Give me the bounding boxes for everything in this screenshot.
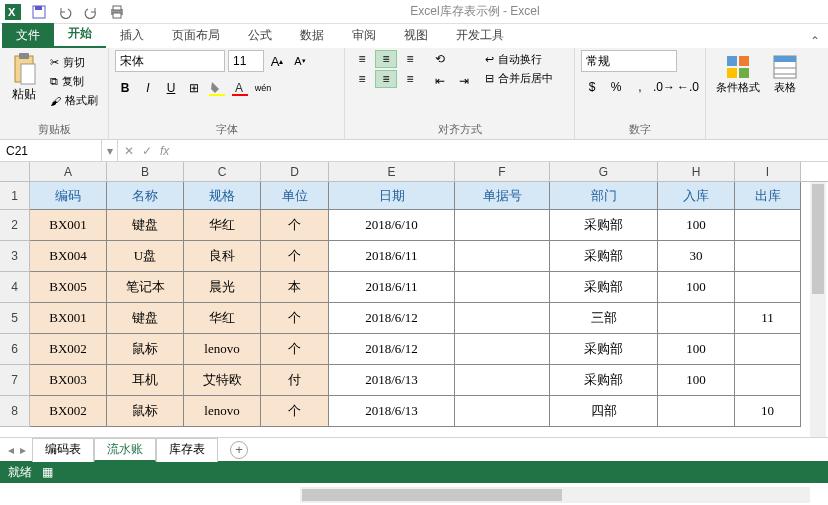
table-header-cell[interactable]: 规格 xyxy=(184,182,261,210)
align-left-icon[interactable]: ≡ xyxy=(351,70,373,88)
table-header-cell[interactable]: 入库 xyxy=(658,182,735,210)
column-header[interactable]: E xyxy=(329,162,455,181)
tab-home[interactable]: 开始 xyxy=(54,21,106,48)
align-bottom-icon[interactable]: ≡ xyxy=(399,50,421,68)
row-header[interactable]: 5 xyxy=(0,303,30,334)
table-cell[interactable]: BX002 xyxy=(30,396,107,427)
select-all-corner[interactable] xyxy=(0,162,30,181)
table-cell[interactable]: 2018/6/12 xyxy=(329,334,455,365)
table-cell[interactable]: 鼠标 xyxy=(107,334,184,365)
redo-icon[interactable] xyxy=(82,3,100,21)
phonetic-button[interactable]: wén xyxy=(253,78,273,98)
column-header[interactable]: I xyxy=(735,162,801,181)
table-cell[interactable] xyxy=(735,334,801,365)
cancel-formula-icon[interactable]: ✕ xyxy=(124,144,134,158)
table-cell[interactable]: BX002 xyxy=(30,334,107,365)
align-middle-icon[interactable]: ≡ xyxy=(375,50,397,68)
row-header[interactable]: 1 xyxy=(0,182,30,210)
table-header-cell[interactable]: 编码 xyxy=(30,182,107,210)
decrease-decimal-icon[interactable]: ←.0 xyxy=(677,77,699,97)
comma-format-icon[interactable]: , xyxy=(629,77,651,97)
tab-developer[interactable]: 开发工具 xyxy=(442,23,518,48)
table-cell[interactable]: 本 xyxy=(261,272,329,303)
tab-formulas[interactable]: 公式 xyxy=(234,23,286,48)
table-cell[interactable]: 键盘 xyxy=(107,303,184,334)
table-cell[interactable]: 四部 xyxy=(550,396,658,427)
table-cell[interactable]: BX001 xyxy=(30,303,107,334)
table-cell[interactable]: 10 xyxy=(735,396,801,427)
table-cell[interactable]: 100 xyxy=(658,365,735,396)
table-cell[interactable] xyxy=(658,303,735,334)
new-sheet-button[interactable]: + xyxy=(230,441,248,459)
table-cell[interactable]: 采购部 xyxy=(550,210,658,241)
row-header[interactable]: 4 xyxy=(0,272,30,303)
fill-color-button[interactable] xyxy=(207,78,227,98)
table-header-cell[interactable]: 名称 xyxy=(107,182,184,210)
tab-data[interactable]: 数据 xyxy=(286,23,338,48)
table-cell[interactable]: 个 xyxy=(261,241,329,272)
table-header-cell[interactable]: 日期 xyxy=(329,182,455,210)
table-header-cell[interactable]: 单位 xyxy=(261,182,329,210)
copy-button[interactable]: ⧉复制 xyxy=(46,73,102,90)
underline-button[interactable]: U xyxy=(161,78,181,98)
worksheet-grid[interactable]: ABCDEFGHI 1编码名称规格单位日期单据号部门入库出库2BX001键盘华红… xyxy=(0,162,828,437)
enter-formula-icon[interactable]: ✓ xyxy=(142,144,152,158)
table-cell[interactable] xyxy=(455,396,550,427)
table-cell[interactable]: 2018/6/10 xyxy=(329,210,455,241)
table-cell[interactable] xyxy=(735,210,801,241)
table-cell[interactable] xyxy=(455,272,550,303)
table-cell[interactable]: 三部 xyxy=(550,303,658,334)
name-box[interactable]: C21 xyxy=(0,140,102,161)
table-cell[interactable]: 笔记本 xyxy=(107,272,184,303)
save-icon[interactable] xyxy=(30,3,48,21)
table-cell[interactable]: lenovo xyxy=(184,334,261,365)
table-header-cell[interactable]: 出库 xyxy=(735,182,801,210)
row-header[interactable]: 3 xyxy=(0,241,30,272)
row-header[interactable]: 6 xyxy=(0,334,30,365)
table-cell[interactable] xyxy=(455,365,550,396)
table-cell[interactable]: 采购部 xyxy=(550,365,658,396)
table-cell[interactable]: 采购部 xyxy=(550,334,658,365)
column-header[interactable]: A xyxy=(30,162,107,181)
table-cell[interactable]: 鼠标 xyxy=(107,396,184,427)
table-cell[interactable]: 100 xyxy=(658,272,735,303)
border-button[interactable]: ⊞ xyxy=(184,78,204,98)
row-header[interactable]: 8 xyxy=(0,396,30,427)
table-cell[interactable]: 个 xyxy=(261,210,329,241)
table-cell[interactable]: BX003 xyxy=(30,365,107,396)
table-cell[interactable]: U盘 xyxy=(107,241,184,272)
collapse-ribbon-icon[interactable]: ⌃ xyxy=(802,34,828,48)
table-cell[interactable]: 键盘 xyxy=(107,210,184,241)
table-cell[interactable]: 个 xyxy=(261,303,329,334)
excel-icon[interactable]: X xyxy=(4,3,22,21)
table-cell[interactable] xyxy=(658,396,735,427)
vertical-scrollbar[interactable] xyxy=(810,182,826,437)
column-header[interactable]: D xyxy=(261,162,329,181)
formula-input[interactable] xyxy=(175,140,828,161)
table-cell[interactable]: 付 xyxy=(261,365,329,396)
table-cell[interactable]: 个 xyxy=(261,396,329,427)
scroll-thumb[interactable] xyxy=(812,184,824,294)
table-cell[interactable]: 个 xyxy=(261,334,329,365)
table-cell[interactable] xyxy=(735,365,801,396)
align-top-icon[interactable]: ≡ xyxy=(351,50,373,68)
font-color-button[interactable]: A xyxy=(230,78,250,98)
row-header[interactable]: 7 xyxy=(0,365,30,396)
table-cell[interactable]: BX001 xyxy=(30,210,107,241)
number-format-select[interactable] xyxy=(581,50,677,72)
tab-file[interactable]: 文件 xyxy=(2,23,54,48)
table-cell[interactable] xyxy=(735,272,801,303)
table-header-cell[interactable]: 单据号 xyxy=(455,182,550,210)
table-cell[interactable]: 100 xyxy=(658,210,735,241)
table-cell[interactable]: 采购部 xyxy=(550,241,658,272)
bold-button[interactable]: B xyxy=(115,78,135,98)
sheet-nav-prev-icon[interactable]: ◂ xyxy=(8,443,14,457)
sheet-nav-next-icon[interactable]: ▸ xyxy=(20,443,26,457)
table-cell[interactable] xyxy=(455,303,550,334)
wrap-text-button[interactable]: ↩自动换行 xyxy=(485,52,553,67)
tab-page-layout[interactable]: 页面布局 xyxy=(158,23,234,48)
table-cell[interactable]: 2018/6/12 xyxy=(329,303,455,334)
scroll-thumb[interactable] xyxy=(302,489,562,501)
align-right-icon[interactable]: ≡ xyxy=(399,70,421,88)
table-cell[interactable]: 采购部 xyxy=(550,272,658,303)
